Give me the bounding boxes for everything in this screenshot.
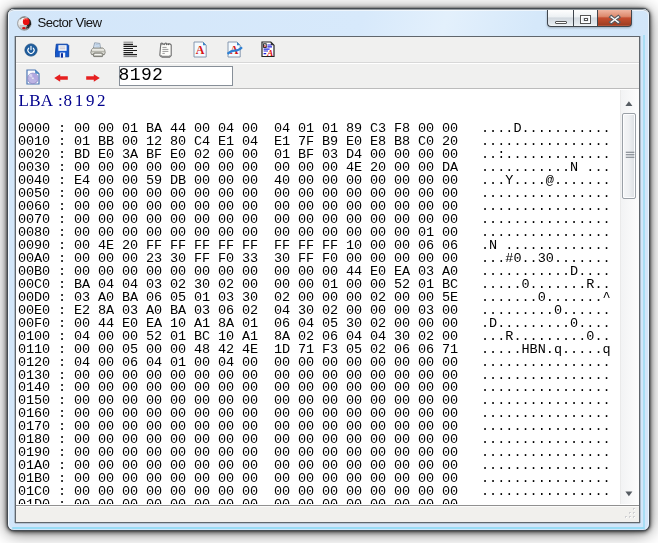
- svg-text:A: A: [266, 48, 273, 58]
- svg-text:A: A: [196, 43, 205, 57]
